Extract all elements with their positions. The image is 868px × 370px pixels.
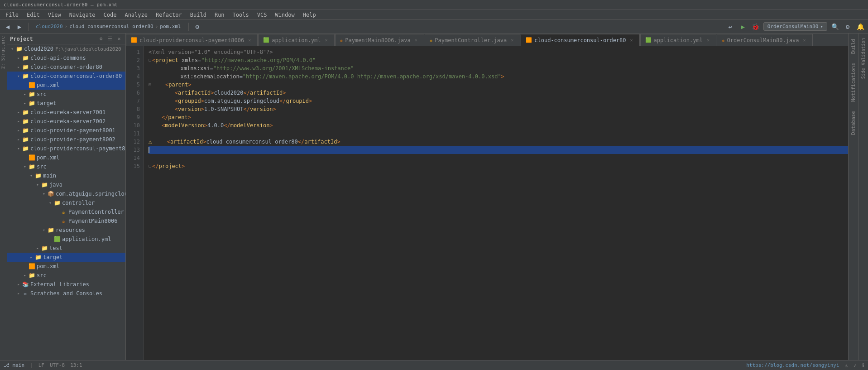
tree-item-test8006[interactable]: ▸ 📁 test	[7, 244, 125, 253]
tree-arrow-target8006: ▸	[28, 254, 34, 260]
status-check-icon[interactable]: ✓	[854, 362, 857, 369]
build-panel-btn[interactable]: Build	[849, 35, 857, 58]
tree-item-pom8006b[interactable]: ▸ 🟧 pom.xml	[7, 262, 125, 271]
tree-item-cloud-api-commons[interactable]: ▸ 📁 cloud-api-commons	[7, 53, 125, 62]
tree-item-PaymentController[interactable]: ▸ ☕ PaymentController	[7, 207, 125, 216]
tree-item-src8006[interactable]: ▾ 📁 src	[7, 162, 125, 171]
tree-item-PaymentMain8006[interactable]: ▸ ☕ PaymentMain8006	[7, 216, 125, 226]
tree-item-payment8006[interactable]: ▾ 📁 cloud-providerconsul-payment8006	[7, 144, 125, 153]
tree-item-scratches[interactable]: ▸ ✏️ Scratches and Consoles	[7, 289, 125, 298]
structure-panel-btn[interactable]: 2: Structure	[0, 34, 7, 72]
status-info-icon[interactable]: ℹ	[862, 362, 864, 369]
tab-close-1[interactable]: ✕	[246, 37, 253, 43]
java-main-icon-pm: ☕	[60, 217, 67, 225]
status-warning-icon[interactable]: ⚠	[845, 362, 848, 369]
tree-item-external-libs[interactable]: ▸ 📚 External Libraries	[7, 280, 125, 289]
fold-marker-15[interactable]: ⊟	[149, 162, 151, 170]
code-line-13[interactable]	[149, 146, 848, 154]
forward-button[interactable]: ▶	[14, 22, 24, 32]
tab-orderconsulmain80[interactable]: ☕ OrderConsulMain80.java ✕	[717, 34, 813, 46]
tab-close-7[interactable]: ✕	[801, 37, 808, 43]
tree-item-cloud-consumerconsul-order80[interactable]: ▾ 📁 cloud-consumerconsul-order80	[7, 72, 125, 81]
status-encoding[interactable]: UTF-8	[50, 362, 65, 368]
menu-view[interactable]: View	[44, 11, 65, 19]
tab-paymentcontroller[interactable]: ☕ PaymentController.java ✕	[425, 34, 521, 46]
tab-close-4[interactable]: ✕	[509, 37, 515, 43]
tag-6a: artifactId	[178, 89, 211, 97]
tree-label-java8006: java	[49, 182, 62, 188]
menu-edit[interactable]: Edit	[23, 11, 43, 19]
panel-settings-btn[interactable]: ⚙	[97, 35, 105, 43]
tab-label-3: PaymentMain8006.java	[345, 37, 411, 43]
menu-navigate[interactable]: Navigate	[66, 11, 99, 19]
tab-close-6[interactable]: ✕	[705, 37, 711, 43]
run-btn[interactable]: ▶	[738, 22, 748, 32]
database-panel-btn[interactable]: Database	[849, 107, 857, 139]
tree-item-src-main[interactable]: ▸ 📁 src	[7, 90, 125, 99]
bracket-12b: >	[203, 138, 206, 146]
fold-marker-5[interactable]: ⊟	[149, 81, 151, 89]
tree-item-src8006b[interactable]: ▸ 📁 src	[7, 271, 125, 280]
tab-payment8006-xml[interactable]: 🟧 cloud-providerconsul-payment8006 ✕	[126, 34, 258, 46]
tree-item-resources8006[interactable]: ▾ 📁 resources	[7, 226, 125, 235]
menu-window[interactable]: Window	[271, 11, 298, 19]
undo-btn[interactable]: ↩	[725, 22, 735, 32]
menu-file[interactable]: File	[2, 11, 22, 19]
back-button[interactable]: ◀	[3, 22, 13, 32]
tree-label-src-main: src	[37, 91, 47, 97]
tree-item-cloud-consumer-order80[interactable]: ▸ 📁 cloud-consumer-order80	[7, 62, 125, 72]
folder-icon-src-main: 📁	[28, 91, 35, 98]
tab-consumerconsul-order80[interactable]: 🟧 cloud-consumerconsul-order80 ✕	[521, 34, 639, 46]
menu-vcs[interactable]: VCS	[254, 11, 271, 19]
menu-tools[interactable]: Tools	[229, 11, 253, 19]
tree-item-java8006[interactable]: ▾ 📁 java	[7, 180, 125, 189]
tree-item-target-main[interactable]: ▸ 📁 target	[7, 99, 125, 108]
tree-item-pom-main[interactable]: ▸ 🟧 pom.xml	[7, 81, 125, 90]
settings-btn[interactable]: ⚙	[192, 22, 202, 32]
tree-item-package8006[interactable]: ▾ 📦 com.atguigu.springcloud	[7, 189, 125, 198]
notifications-panel-btn[interactable]: Notifications	[849, 59, 857, 106]
menu-help[interactable]: Help	[299, 11, 320, 19]
tree-item-payment8001[interactable]: ▸ 📁 cloud-provider-payment8001	[7, 126, 125, 135]
panel-close-btn[interactable]: ✕	[115, 35, 123, 43]
debug-btn[interactable]: 🐞	[751, 22, 761, 32]
tree-label-cloud2020: cloud2020	[24, 46, 53, 52]
tree-label-target8006: target	[43, 254, 62, 260]
menu-run[interactable]: Run	[211, 11, 228, 19]
code-editor[interactable]: 1 2 3 4 5 6 7 8 9 10 11 12 13 14 15 <?xm…	[126, 46, 848, 360]
tab-close-5[interactable]: ✕	[628, 37, 635, 43]
tab-application-yml1[interactable]: 🟩 application.yml ✕	[258, 34, 334, 46]
tree-item-cloud2020[interactable]: ▾ 📁 cloud2020 F:\java\idea\cloud2020	[7, 44, 125, 53]
tab-application-yml2[interactable]: 🟩 application.yml ✕	[640, 34, 716, 46]
gear-btn2[interactable]: ⚙	[843, 22, 853, 32]
menu-refactor[interactable]: Refactor	[152, 11, 186, 19]
menu-code[interactable]: Code	[100, 11, 120, 19]
menu-analyze[interactable]: Analyze	[121, 11, 151, 19]
panel-header-tools: ⚙ ☰ ✕	[97, 35, 123, 43]
tree-item-eureka7001[interactable]: ▸ 📁 cloud-eureka-server7001	[7, 108, 125, 117]
tree-item-payment8002[interactable]: ▸ 📁 cloud-provider-payment8002	[7, 135, 125, 144]
tree-item-pom8006[interactable]: ▸ 🟧 pom.xml	[7, 153, 125, 162]
project-tree[interactable]: ▾ 📁 cloud2020 F:\java\idea\cloud2020 ▸ 📁…	[7, 44, 125, 360]
tree-item-target8006[interactable]: ▸ 📁 target	[7, 253, 125, 262]
breadcrumb-part2[interactable]: cloud-consumerconsul-order80	[69, 24, 153, 29]
run-config-dropdown[interactable]: OrderConsulMain80 ▾	[763, 22, 827, 31]
tab-close-2[interactable]: ✕	[323, 37, 330, 43]
tree-item-main8006[interactable]: ▾ 📁 main	[7, 171, 125, 180]
panel-collapse-btn[interactable]: ☰	[106, 35, 114, 43]
status-lf[interactable]: LF	[38, 362, 44, 368]
tree-item-controller8006[interactable]: ▾ 📁 controller	[7, 198, 125, 207]
side-validation-label[interactable]: Side Validation	[860, 35, 866, 82]
search-btn[interactable]: 🔍	[830, 22, 840, 32]
menu-build[interactable]: Build	[187, 11, 210, 19]
tab-paymentmain8006[interactable]: ☕ PaymentMain8006.java ✕	[335, 34, 424, 46]
fold-marker-2[interactable]: ⊟	[149, 56, 151, 64]
tree-item-eureka7002[interactable]: ▸ 📁 cloud-eureka-server7002	[7, 117, 125, 126]
tree-item-yml8006[interactable]: ▸ 🟩 application.yml	[7, 235, 125, 244]
breadcrumb-part1[interactable]: cloud2020	[36, 24, 63, 29]
tree-label-pm: PaymentMain8006	[68, 218, 117, 224]
tab-close-3[interactable]: ✕	[413, 37, 419, 43]
code-content[interactable]: <?xml version="1.0" encoding="UTF-8"?> ⊟…	[144, 46, 848, 360]
breadcrumb-part3[interactable]: pom.xml	[160, 24, 181, 29]
notification-btn[interactable]: 🔔	[855, 22, 865, 32]
